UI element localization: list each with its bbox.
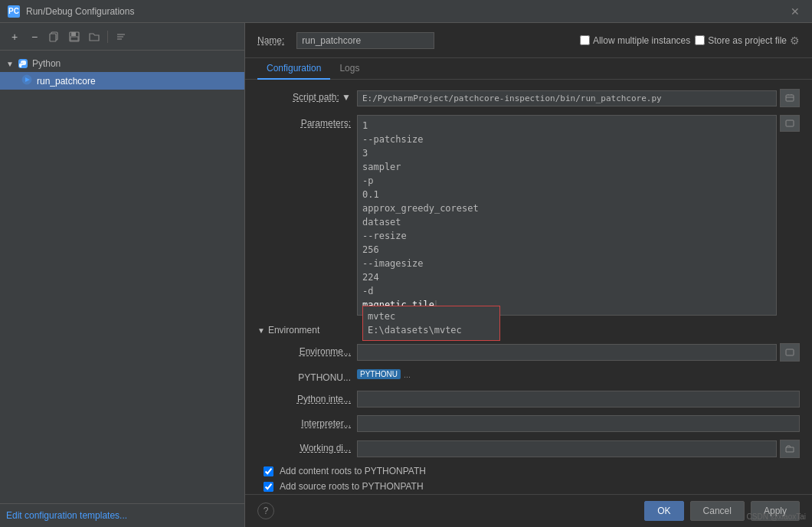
python-interpreter-row: PYTHONU... PYTHONU ... bbox=[257, 369, 800, 383]
allow-multiple-checkbox[interactable] bbox=[580, 35, 590, 45]
help-button[interactable]: ? bbox=[257, 502, 274, 519]
environment-section-header[interactable]: ▼ Environment bbox=[257, 323, 800, 337]
add-source-roots-label: Add source roots to PYTHONPATH bbox=[280, 481, 424, 492]
watermark: CSDN @xiaoxTai bbox=[747, 512, 806, 521]
main-container: + − bbox=[0, 23, 812, 527]
interpreter-row: Interpreter... bbox=[257, 415, 800, 432]
config-header: Name: Allow multiple instances Store as … bbox=[245, 23, 812, 58]
autocomplete-dropdown: mvtec E:\datasets\mvtec bbox=[362, 306, 500, 341]
params-line: 256 bbox=[362, 243, 771, 257]
params-line: 224 bbox=[362, 270, 771, 284]
env-vars-browse-button[interactable] bbox=[780, 343, 800, 362]
parameters-text: 1 --patchsize 3 sampler -p 0.1 approx_gr… bbox=[357, 115, 777, 316]
name-input[interactable] bbox=[296, 32, 434, 49]
add-button[interactable]: + bbox=[6, 28, 23, 45]
params-line: -d bbox=[362, 284, 771, 298]
working-dir-browse-button[interactable] bbox=[780, 440, 800, 458]
tabs-bar: Configuration Logs bbox=[245, 58, 812, 80]
run-icon bbox=[21, 74, 32, 85]
section-arrow-icon: ▼ bbox=[257, 326, 265, 335]
python-tag: PYTHONU bbox=[357, 369, 401, 379]
env-vars-label: Environme... bbox=[257, 343, 357, 357]
working-dir-label: Working di... bbox=[257, 440, 357, 453]
python-interp-input[interactable] bbox=[357, 391, 800, 408]
params-line: sampler bbox=[362, 160, 771, 174]
cancel-button[interactable]: Cancel bbox=[690, 501, 745, 521]
add-content-roots-label: Add content roots to PYTHONPATH bbox=[280, 466, 426, 476]
allow-multiple-item: Allow multiple instances bbox=[580, 35, 690, 46]
env-vars-input[interactable] bbox=[357, 344, 777, 361]
script-path-row: Script path: ▼ bbox=[257, 89, 800, 107]
script-path-label: Script path: ▼ bbox=[257, 89, 357, 103]
working-dir-input[interactable] bbox=[357, 440, 777, 457]
save-button[interactable] bbox=[66, 28, 83, 45]
tab-logs[interactable]: Logs bbox=[330, 58, 368, 80]
tree-group-label: Python bbox=[32, 58, 61, 69]
sidebar: + − bbox=[0, 23, 245, 527]
working-dir-row: Working di... bbox=[257, 440, 800, 458]
params-line: --resize bbox=[362, 229, 771, 243]
svg-rect-13 bbox=[786, 349, 794, 355]
folder-button[interactable] bbox=[86, 28, 103, 45]
sort-button[interactable] bbox=[113, 28, 129, 45]
params-line: 1 bbox=[362, 119, 771, 133]
add-content-roots-row: Add content roots to PYTHONPATH bbox=[257, 466, 800, 476]
params-line: dataset bbox=[362, 215, 771, 229]
python-interpreter-label: PYTHONU... bbox=[257, 369, 357, 383]
run-config-icon bbox=[21, 74, 32, 87]
allow-multiple-label: Allow multiple instances bbox=[593, 35, 690, 46]
parameters-row: Parameters: 1 --patchsize 3 sampler -p 0… bbox=[257, 115, 800, 316]
copy-button[interactable] bbox=[46, 28, 63, 45]
tree-group-python: ▼ Python bbox=[0, 54, 244, 91]
script-path-input[interactable] bbox=[357, 90, 777, 106]
python-interp-row: Python inte... bbox=[257, 391, 800, 408]
tree-group-header-python[interactable]: ▼ Python bbox=[0, 55, 244, 72]
add-content-roots-checkbox[interactable] bbox=[264, 466, 273, 476]
python-interp-label: Python inte... bbox=[257, 391, 357, 404]
params-line: -p bbox=[362, 174, 771, 188]
params-line: 0.1 bbox=[362, 188, 771, 201]
script-path-field bbox=[357, 89, 800, 107]
python-icon bbox=[17, 57, 29, 70]
tree-item-run-patchcore[interactable]: run_patchcore bbox=[0, 72, 244, 90]
svg-rect-12 bbox=[786, 120, 794, 126]
autocomplete-item[interactable]: mvtec bbox=[368, 309, 495, 323]
params-line: --imagesize bbox=[362, 257, 771, 270]
python-interp-field bbox=[357, 391, 800, 408]
checkbox-group-header: Allow multiple instances Store as projec… bbox=[580, 34, 800, 47]
sidebar-tree: ▼ Python bbox=[0, 51, 244, 503]
interpreter-options-field bbox=[357, 415, 800, 432]
ok-button[interactable]: OK bbox=[644, 501, 683, 521]
working-dir-field bbox=[357, 440, 800, 458]
expand-arrow-icon: ▼ bbox=[6, 60, 14, 68]
script-path-browse-button[interactable] bbox=[780, 89, 800, 107]
title-bar-text: Run/Debug Configurations bbox=[26, 6, 786, 17]
settings-gear-icon: ⚙ bbox=[790, 34, 800, 47]
store-as-project-checkbox[interactable] bbox=[695, 35, 705, 45]
params-line: --patchsize bbox=[362, 133, 771, 146]
config-content: Script path: ▼ Parameters: bbox=[245, 80, 812, 494]
edit-config-link[interactable]: Edit configuration templates... bbox=[6, 510, 127, 521]
params-line: 3 bbox=[362, 146, 771, 160]
autocomplete-item[interactable]: E:\datasets\mvtec bbox=[368, 323, 495, 337]
env-vars-field bbox=[357, 343, 800, 362]
interpreter-options-label: Interpreter... bbox=[257, 415, 357, 429]
remove-button[interactable]: − bbox=[26, 28, 43, 45]
sidebar-bottom: Edit configuration templates... bbox=[0, 503, 244, 527]
add-source-roots-checkbox[interactable] bbox=[264, 482, 273, 492]
tab-configuration[interactable]: Configuration bbox=[257, 58, 330, 80]
interpreter-options-input[interactable] bbox=[357, 415, 800, 432]
interpreter-description: ... bbox=[404, 370, 411, 379]
env-vars-row: Environme... bbox=[257, 343, 800, 362]
svg-rect-11 bbox=[786, 95, 794, 101]
bottom-bar: ? OK Cancel Apply bbox=[245, 494, 812, 527]
close-button[interactable]: ✕ bbox=[786, 4, 804, 19]
parameters-field: 1 --patchsize 3 sampler -p 0.1 approx_gr… bbox=[357, 115, 800, 316]
store-as-project-item: Store as project file ⚙ bbox=[695, 34, 800, 47]
name-label: Name: bbox=[257, 35, 284, 46]
store-as-project-label: Store as project file bbox=[708, 35, 787, 46]
sidebar-toolbar: + − bbox=[0, 23, 244, 51]
parameters-browse-button[interactable] bbox=[780, 115, 800, 132]
toolbar-separator bbox=[107, 31, 108, 43]
tree-item-label: run_patchcore bbox=[37, 76, 96, 87]
